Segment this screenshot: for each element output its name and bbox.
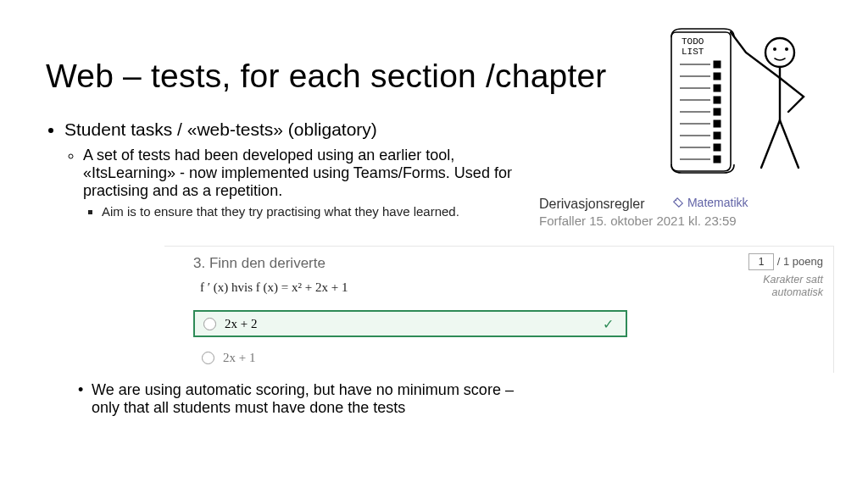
svg-rect-13 xyxy=(714,120,721,127)
svg-line-25 xyxy=(780,120,798,168)
radio-icon xyxy=(203,318,216,330)
bullet-level1: Student tasks / «web-tests» (obligatory) xyxy=(64,119,520,140)
option-label: 2x + 1 xyxy=(223,351,255,365)
footer-bullet: We are using automatic scoring, but have… xyxy=(92,381,524,416)
svg-line-24 xyxy=(761,120,780,168)
score-value[interactable]: 1 xyxy=(748,253,774,270)
svg-point-22 xyxy=(785,47,788,51)
svg-rect-9 xyxy=(714,97,721,103)
assignment-tag[interactable]: Matematikk xyxy=(672,196,748,209)
tag-icon xyxy=(672,197,684,208)
body-text: Student tasks / «web-tests» (obligatory)… xyxy=(46,119,520,225)
slide: Web – tests, for each section /chapter S… xyxy=(0,0,868,488)
bullet-level2: A set of tests had been developed using … xyxy=(83,147,520,199)
score-suffix: / 1 poeng xyxy=(777,255,823,268)
svg-point-0 xyxy=(675,200,676,202)
question-title: 3. Finn den deriverte xyxy=(193,255,326,272)
svg-text:LIST: LIST xyxy=(682,47,704,57)
answer-option-correct[interactable]: 2x + 2 ✓ xyxy=(193,310,627,337)
bullet-level3: Aim is to ensure that they try practisin… xyxy=(102,204,520,220)
question-card: 3. Finn den deriverte f ′ (x) hvis f (x)… xyxy=(164,246,834,373)
radio-icon xyxy=(202,352,214,364)
auto-grade-line2: automatisk xyxy=(772,286,823,298)
assignment-tag-label: Matematikk xyxy=(687,196,748,209)
auto-grade-line1: Karakter satt xyxy=(763,274,823,286)
option-label: 2x + 2 xyxy=(225,317,257,331)
assignment-due: Forfaller 15. oktober 2021 kl. 23:59 xyxy=(539,214,836,228)
svg-rect-5 xyxy=(714,73,721,80)
svg-rect-17 xyxy=(714,144,721,151)
svg-rect-15 xyxy=(714,132,721,139)
question-formula: f ′ (x) hvis f (x) = x² + 2x + 1 xyxy=(200,280,348,295)
check-icon: ✓ xyxy=(603,316,614,332)
svg-point-21 xyxy=(773,47,776,51)
assignment-header: Derivasjonsregler Matematikk Forfaller 1… xyxy=(539,196,836,228)
todo-heading: TODO xyxy=(682,36,704,47)
slide-title: Web – tests, for each section /chapter xyxy=(46,58,607,95)
svg-rect-19 xyxy=(714,156,721,163)
points-box: 1 / 1 poeng Karakter satt automatisk xyxy=(748,253,823,299)
svg-rect-11 xyxy=(714,108,721,115)
assignment-name: Derivasjonsregler xyxy=(539,197,645,211)
answer-option-wrong[interactable]: 2x + 1 xyxy=(193,344,627,371)
todo-list-illustration: TODO LIST xyxy=(661,19,831,188)
svg-rect-7 xyxy=(714,85,721,92)
svg-rect-3 xyxy=(714,61,721,68)
svg-point-20 xyxy=(765,38,794,67)
